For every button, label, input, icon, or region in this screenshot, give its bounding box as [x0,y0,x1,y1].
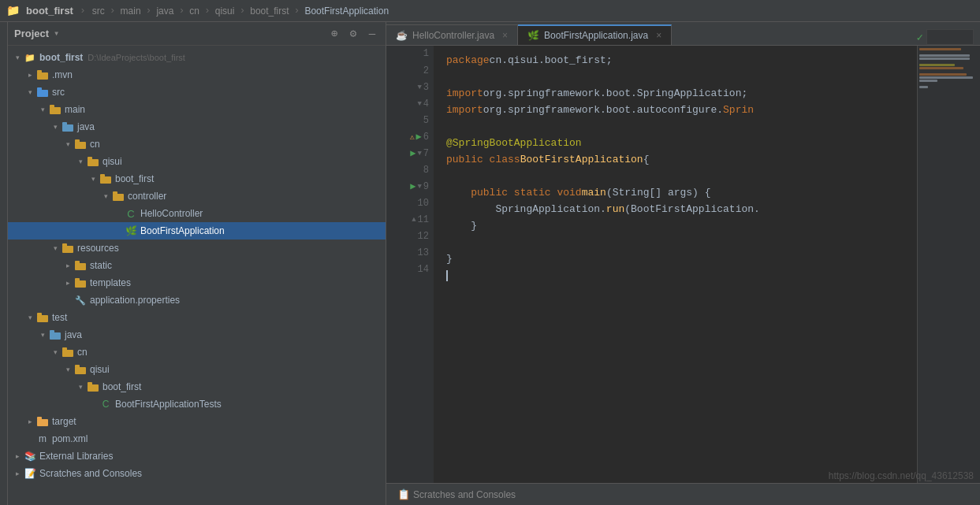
line-num-5: 5 [386,112,434,128]
svg-rect-23 [37,313,42,316]
tree-item-templates[interactable]: templates [8,274,386,291]
tree-arrow [36,103,49,116]
scratches-icon: 📝 [24,467,36,480]
editor-toolbar-right: ✓ [917,29,980,45]
tree-item-mvn[interactable]: .mvn [8,66,386,84]
tree-item-resources[interactable]: resources [8,240,386,257]
line-num-12: 12 [386,228,434,244]
tree-arrow [24,86,36,98]
tree-arrow [87,173,99,185]
tree-arrow [112,207,125,220]
code-line-12 [446,234,904,251]
tree-item-boot-first-test[interactable]: boot_first [8,378,386,395]
tree-item-pom[interactable]: m pom.xml [8,430,386,447]
tree-label: templates [90,277,131,288]
tree-label: pom.xml [52,433,88,444]
svg-rect-20 [75,280,86,288]
code-token: SpringApplication. [446,201,606,217]
tree-item-external-libraries[interactable]: 📚 External Libraries [8,447,386,465]
tree-label: static [90,260,112,271]
tree-arrow [112,225,125,237]
code-line-11: } [446,217,904,234]
line-num-13: 13 [386,244,434,261]
run-icon-6[interactable]: ▶ [416,131,422,143]
tree-label: boot_first [102,381,141,392]
tree-item-boot_first-pkg[interactable]: boot_first [8,170,386,188]
tree-item-qisui-test[interactable]: qisui [8,361,386,378]
java-class-icon: C [125,207,137,220]
tree-item-BootFirstApplicationTests[interactable]: C BootFirstApplicationTests [8,395,386,413]
tree-item-application-properties[interactable]: 🔧 application.properties [8,291,386,309]
minimap-content [918,46,980,94]
properties-icon: 🔧 [74,294,87,306]
tree-arrow [36,329,49,341]
tree-arrow [49,242,61,254]
tree-arrow [61,294,74,306]
tree-arrow [11,51,24,64]
spring-tab-icon: 🌿 [527,30,539,41]
minimap-line [919,76,973,79]
tree-item-qisui[interactable]: qisui [8,153,386,170]
code-editor[interactable]: package cn.qisui.boot_first; import org.… [434,46,917,483]
collapse-icon[interactable]: — [365,27,379,41]
svg-rect-17 [62,243,67,247]
bottom-panel-bar: 📋 Scratches and Consoles [386,483,980,505]
tree-item-test[interactable]: test [8,309,386,326]
svg-rect-21 [75,278,80,281]
tree-item-static[interactable]: static [8,257,386,274]
tab-close-btn[interactable]: × [502,30,508,41]
tree-item-java[interactable]: java [8,118,386,136]
tree-item-scratches[interactable]: 📝 Scratches and Consoles [8,465,386,482]
locate-icon[interactable]: ⊕ [327,27,341,41]
project-tree: 📁 boot_first D:\IdeaProjects\boot_first … [8,46,386,505]
settings-icon[interactable]: ⚙ [346,27,360,41]
line-num-1: 1 [386,46,434,62]
svg-rect-26 [62,350,73,357]
folder-icon [74,277,87,289]
run-icon-7[interactable]: ▶ [410,147,415,159]
code-token: { [643,151,650,168]
breadcrumb-main: main [121,6,141,17]
tree-item-BootFirstApplication[interactable]: 🌿 BootFirstApplication [8,222,386,240]
folder-java-icon [61,121,74,133]
tree-item-target[interactable]: target [8,413,386,430]
svg-rect-31 [88,382,92,385]
tree-item-cn-test[interactable]: cn [8,343,386,361]
svg-rect-15 [113,191,117,195]
folder-icon [74,363,87,376]
code-line-8 [446,168,904,184]
java-tab-icon: ☕ [396,30,408,41]
tree-item-main[interactable]: main [8,101,386,118]
svg-rect-1 [37,70,42,73]
line-num-14: 14 [386,261,434,277]
minimap-thumb [926,29,974,45]
svg-rect-16 [62,246,73,253]
breadcrumb-java: java [156,6,173,17]
svg-rect-22 [37,315,48,322]
folder-icon [74,259,87,272]
minimap-line [919,54,970,57]
minimap [917,46,980,483]
tab-hello-controller[interactable]: ☕ HelloController.java × [386,24,518,45]
svg-rect-0 [37,72,48,80]
tab-close-active-btn[interactable]: × [656,30,661,41]
run-icon-9[interactable]: ▶ [410,180,415,192]
code-token: } [446,217,477,234]
code-line-13: } [446,251,904,267]
fold-icon-11: ▲ [412,216,415,224]
tree-arrow [74,155,87,168]
tree-item-cn[interactable]: cn [8,136,386,153]
code-line-1: package cn.qisui.boot_first; [446,52,904,69]
svg-rect-29 [75,365,80,368]
tree-item-java-test[interactable]: java [8,326,386,343]
fold-icon-3: ▼ [417,84,421,91]
tab-boot-first-application[interactable]: 🌿 BootFirstApplication.java × [518,24,672,45]
tree-item-boot_first[interactable]: 📁 boot_first D:\IdeaProjects\boot_first [8,49,386,66]
tree-label: .mvn [52,69,73,80]
tree-arrow [49,121,61,133]
tree-item-src[interactable]: src [8,84,386,101]
tree-item-controller[interactable]: controller [8,188,386,205]
tree-item-HelloController[interactable]: C HelloController [8,205,386,222]
scratches-bottom-item[interactable]: 📋 Scratches and Consoles [393,484,520,505]
tree-arrow [61,277,74,289]
